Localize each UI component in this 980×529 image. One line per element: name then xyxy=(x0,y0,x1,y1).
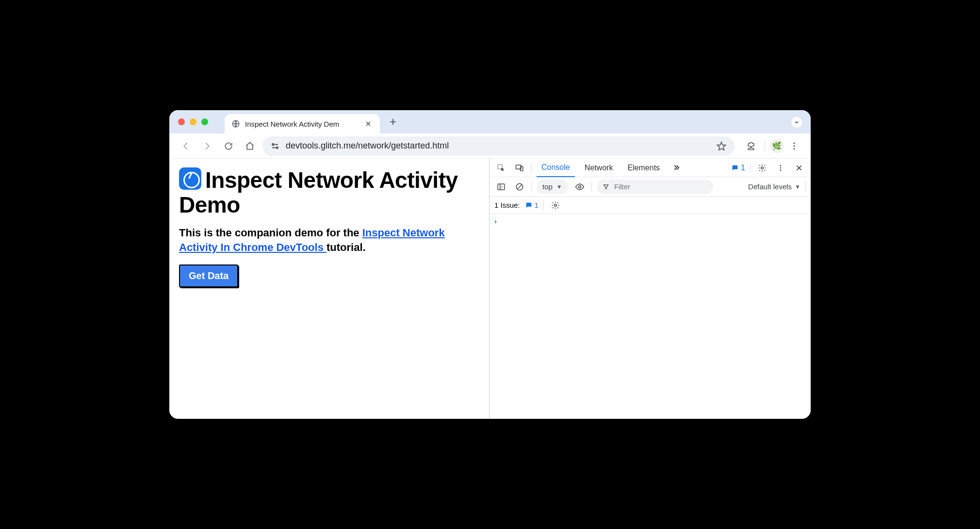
svg-point-9 xyxy=(761,166,764,169)
tab-list-button[interactable] xyxy=(791,117,802,128)
separator xyxy=(531,163,532,173)
extensions-button[interactable] xyxy=(742,137,760,155)
filter-input[interactable] xyxy=(597,180,713,194)
window-controls xyxy=(178,110,225,133)
browser-tab[interactable]: Inspect Network Activity Dem xyxy=(225,114,380,133)
new-tab-button[interactable] xyxy=(385,114,401,130)
separator xyxy=(543,200,544,210)
svg-point-16 xyxy=(555,204,557,206)
tab-network[interactable]: Network xyxy=(580,159,618,177)
svg-point-2 xyxy=(277,147,278,148)
filter-icon xyxy=(603,183,609,190)
browser-toolbar: devtools.glitch.me/network/getstarted.ht… xyxy=(169,133,811,159)
separator xyxy=(750,163,751,173)
globe-icon xyxy=(231,119,240,128)
inspect-element-icon[interactable] xyxy=(494,161,508,175)
live-expression-icon[interactable] xyxy=(573,180,587,194)
close-devtools-icon[interactable] xyxy=(792,161,806,175)
svg-point-10 xyxy=(780,165,782,166)
devtools-menu-icon[interactable] xyxy=(774,161,787,175)
context-label: top xyxy=(542,182,553,191)
home-button[interactable] xyxy=(241,137,259,155)
tab-elements[interactable]: Elements xyxy=(622,159,665,177)
chevron-down-icon: ▼ xyxy=(795,183,800,190)
filter-field[interactable] xyxy=(613,182,707,191)
devtools-panel: Console Network Elements 1 xyxy=(490,159,811,419)
browser-window: Inspect Network Activity Dem xyxy=(169,110,811,419)
console-output[interactable]: › xyxy=(490,214,811,419)
svg-point-1 xyxy=(272,144,274,145)
svg-point-11 xyxy=(780,167,782,168)
toggle-sidebar-icon[interactable] xyxy=(494,180,508,194)
log-levels-selector[interactable]: Default levels ▼ xyxy=(748,182,800,191)
reload-button[interactable] xyxy=(220,137,237,155)
issues-badge[interactable]: 1 xyxy=(731,164,745,172)
issue-label: 1 Issue: xyxy=(494,201,520,209)
profile-avatar[interactable]: 🌿 xyxy=(770,139,784,153)
browser-menu-button[interactable] xyxy=(785,137,803,155)
heading-text: Inspect Network Activity Demo xyxy=(179,167,458,217)
back-button[interactable] xyxy=(177,137,195,155)
separator xyxy=(805,182,806,192)
url-text: devtools.glitch.me/network/getstarted.ht… xyxy=(286,141,710,151)
issue-count: 1 xyxy=(535,201,539,209)
close-tab-button[interactable] xyxy=(363,119,373,129)
svg-point-12 xyxy=(780,169,782,171)
clear-console-icon[interactable] xyxy=(513,180,526,194)
page-viewport: Inspect Network Activity Demo This is th… xyxy=(169,159,490,419)
svg-point-15 xyxy=(578,185,581,188)
toolbar-right: 🌿 xyxy=(738,137,803,155)
tab-title: Inspect Network Activity Dem xyxy=(245,120,359,128)
console-prompt-icon: › xyxy=(494,217,497,225)
forward-button[interactable] xyxy=(198,137,216,155)
svg-point-4 xyxy=(793,145,795,147)
zoom-window-button[interactable] xyxy=(201,118,208,125)
page-heading: Inspect Network Activity Demo xyxy=(179,167,479,217)
svg-point-5 xyxy=(793,148,795,149)
tab-strip: Inspect Network Activity Dem xyxy=(169,110,811,133)
devtools-logo-icon xyxy=(179,167,201,190)
more-tabs-button[interactable] xyxy=(670,161,683,175)
context-selector[interactable]: top ▼ xyxy=(537,180,568,194)
desc-suffix: tutorial. xyxy=(327,241,366,253)
devtools-toolbar: Console Network Elements 1 xyxy=(490,159,811,177)
bookmark-icon[interactable] xyxy=(716,141,727,151)
settings-icon[interactable] xyxy=(755,161,769,175)
console-toolbar: top ▼ Default levels ▼ xyxy=(490,177,811,197)
site-info-icon[interactable] xyxy=(270,141,280,151)
address-bar[interactable]: devtools.glitch.me/network/getstarted.ht… xyxy=(262,136,735,156)
svg-point-3 xyxy=(793,142,795,144)
levels-label: Default levels xyxy=(748,182,792,191)
separator xyxy=(591,182,592,192)
tab-console[interactable]: Console xyxy=(537,159,575,177)
minimize-window-button[interactable] xyxy=(190,118,196,125)
issues-count: 1 xyxy=(741,164,745,172)
issues-bar: 1 Issue: 1 xyxy=(490,197,811,214)
separator xyxy=(765,141,765,151)
content-split: Inspect Network Activity Demo This is th… xyxy=(169,159,811,419)
page-description: This is the companion demo for the Inspe… xyxy=(179,226,479,254)
desc-prefix: This is the companion demo for the xyxy=(179,227,362,239)
get-data-button[interactable]: Get Data xyxy=(179,264,238,287)
separator xyxy=(531,182,532,192)
console-settings-icon[interactable] xyxy=(549,198,562,212)
chevron-down-icon: ▼ xyxy=(556,183,562,190)
close-window-button[interactable] xyxy=(178,118,185,125)
svg-rect-13 xyxy=(498,184,505,190)
issue-chip[interactable]: 1 xyxy=(525,201,539,209)
device-toolbar-icon[interactable] xyxy=(513,161,526,175)
